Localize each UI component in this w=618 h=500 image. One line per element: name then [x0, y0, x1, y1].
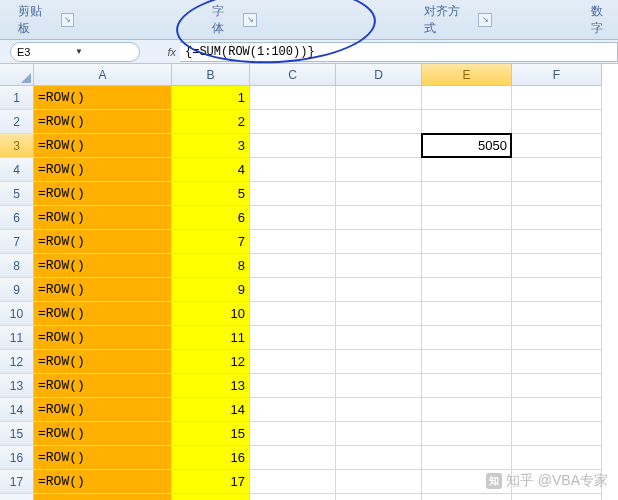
cell-D14[interactable] [336, 398, 422, 422]
column-header-B[interactable]: B [172, 64, 250, 86]
row-header[interactable]: 11 [0, 326, 34, 350]
cell-C5[interactable] [250, 182, 336, 206]
row-header[interactable]: 12 [0, 350, 34, 374]
cell-B8[interactable]: 8 [172, 254, 250, 278]
cell-E3[interactable]: 5050 [422, 134, 512, 158]
cell-A6[interactable]: =ROW() [34, 206, 172, 230]
cell-F7[interactable] [512, 230, 602, 254]
cell-A12[interactable]: =ROW() [34, 350, 172, 374]
row-header[interactable]: 9 [0, 278, 34, 302]
cell-A2[interactable]: =ROW() [34, 110, 172, 134]
cell-A5[interactable]: =ROW() [34, 182, 172, 206]
cell-C6[interactable] [250, 206, 336, 230]
cell-B13[interactable]: 13 [172, 374, 250, 398]
column-header-F[interactable]: F [512, 64, 602, 86]
cell-B9[interactable]: 9 [172, 278, 250, 302]
cell-E16[interactable] [422, 446, 512, 470]
cell-F10[interactable] [512, 302, 602, 326]
cell-F3[interactable] [512, 134, 602, 158]
cell-B6[interactable]: 6 [172, 206, 250, 230]
fx-icon[interactable]: fx [140, 46, 180, 58]
cell-C3[interactable] [250, 134, 336, 158]
column-header-D[interactable]: D [336, 64, 422, 86]
dropdown-arrow-icon[interactable]: ▼ [75, 47, 133, 56]
cell-E2[interactable] [422, 110, 512, 134]
cell-E11[interactable] [422, 326, 512, 350]
column-header-C[interactable]: C [250, 64, 336, 86]
cell-A11[interactable]: =ROW() [34, 326, 172, 350]
cell-E15[interactable] [422, 422, 512, 446]
cell-C2[interactable] [250, 110, 336, 134]
row-header[interactable]: 15 [0, 422, 34, 446]
cell-E9[interactable] [422, 278, 512, 302]
cell-D5[interactable] [336, 182, 422, 206]
cell-A3[interactable]: =ROW() [34, 134, 172, 158]
cell-D12[interactable] [336, 350, 422, 374]
cell-B1[interactable]: 1 [172, 86, 250, 110]
cell-F11[interactable] [512, 326, 602, 350]
cell-D4[interactable] [336, 158, 422, 182]
row-header[interactable]: 17 [0, 470, 34, 494]
row-header[interactable]: 14 [0, 398, 34, 422]
cell-C17[interactable] [250, 470, 336, 494]
cell-A4[interactable]: =ROW() [34, 158, 172, 182]
cell-B15[interactable]: 15 [172, 422, 250, 446]
cell-A18[interactable]: =ROW() [34, 494, 172, 500]
cell-F16[interactable] [512, 446, 602, 470]
cell-F4[interactable] [512, 158, 602, 182]
cell-F5[interactable] [512, 182, 602, 206]
cell-A7[interactable]: =ROW() [34, 230, 172, 254]
cell-E13[interactable] [422, 374, 512, 398]
cell-C11[interactable] [250, 326, 336, 350]
cell-D6[interactable] [336, 206, 422, 230]
cell-A17[interactable]: =ROW() [34, 470, 172, 494]
name-box[interactable]: E3 ▼ [10, 42, 140, 62]
cell-D11[interactable] [336, 326, 422, 350]
cell-E8[interactable] [422, 254, 512, 278]
cell-D10[interactable] [336, 302, 422, 326]
row-header[interactable]: 16 [0, 446, 34, 470]
row-header[interactable]: 4 [0, 158, 34, 182]
cell-E14[interactable] [422, 398, 512, 422]
cell-F15[interactable] [512, 422, 602, 446]
cell-A13[interactable]: =ROW() [34, 374, 172, 398]
cell-C16[interactable] [250, 446, 336, 470]
row-header[interactable]: 10 [0, 302, 34, 326]
cell-A16[interactable]: =ROW() [34, 446, 172, 470]
cell-C12[interactable] [250, 350, 336, 374]
cell-F14[interactable] [512, 398, 602, 422]
cell-B11[interactable]: 11 [172, 326, 250, 350]
dialog-launcher-icon[interactable]: ↘ [61, 13, 75, 27]
cell-D16[interactable] [336, 446, 422, 470]
cell-F13[interactable] [512, 374, 602, 398]
cell-E7[interactable] [422, 230, 512, 254]
cell-B5[interactable]: 5 [172, 182, 250, 206]
row-header[interactable]: 8 [0, 254, 34, 278]
row-header[interactable]: 7 [0, 230, 34, 254]
cell-F1[interactable] [512, 86, 602, 110]
cell-C8[interactable] [250, 254, 336, 278]
cell-E6[interactable] [422, 206, 512, 230]
dialog-launcher-icon[interactable]: ↘ [243, 13, 257, 27]
cell-C14[interactable] [250, 398, 336, 422]
cell-B2[interactable]: 2 [172, 110, 250, 134]
row-header[interactable]: 5 [0, 182, 34, 206]
cell-A14[interactable]: =ROW() [34, 398, 172, 422]
cell-E4[interactable] [422, 158, 512, 182]
column-header-E[interactable]: E [422, 64, 512, 86]
row-header[interactable]: 18 [0, 494, 34, 500]
cell-D7[interactable] [336, 230, 422, 254]
cell-C9[interactable] [250, 278, 336, 302]
cell-D15[interactable] [336, 422, 422, 446]
cell-B7[interactable]: 7 [172, 230, 250, 254]
cell-E18[interactable] [422, 494, 512, 500]
cell-E1[interactable] [422, 86, 512, 110]
row-header[interactable]: 6 [0, 206, 34, 230]
cell-D8[interactable] [336, 254, 422, 278]
cell-A10[interactable]: =ROW() [34, 302, 172, 326]
row-header[interactable]: 13 [0, 374, 34, 398]
cell-A9[interactable]: =ROW() [34, 278, 172, 302]
cell-D2[interactable] [336, 110, 422, 134]
cell-D3[interactable] [336, 134, 422, 158]
row-header[interactable]: 1 [0, 86, 34, 110]
